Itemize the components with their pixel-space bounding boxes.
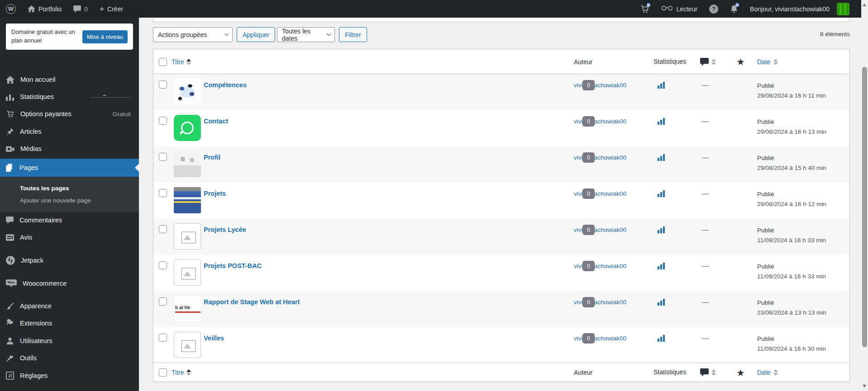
sidebar-item-appearance[interactable]: Apparence	[0, 298, 139, 314]
scroll-up-arrow-icon[interactable]	[863, 3, 866, 6]
page-title-link[interactable]: Veilles	[204, 334, 224, 342]
sidebar-item-home[interactable]: Mon accueil	[0, 72, 139, 87]
sidebar-item-woocommerce[interactable]: Woo Woocommerce	[0, 276, 139, 291]
likes-column-star-icon[interactable]: ★	[736, 368, 745, 377]
page-title-link[interactable]: Profil	[204, 154, 220, 161]
stats-bars-icon[interactable]	[658, 334, 665, 342]
page-thumbnail[interactable]	[174, 115, 201, 141]
stats-bars-icon[interactable]	[658, 226, 665, 233]
select-row-checkbox[interactable]	[159, 334, 167, 342]
select-row-checkbox[interactable]	[159, 117, 167, 125]
date-filter-select[interactable]: Toutes les dates	[277, 27, 335, 42]
select-row-checkbox[interactable]	[159, 80, 167, 89]
sidebar-item-plugins[interactable]: Extensions	[0, 316, 139, 331]
status-text: Publié	[757, 334, 826, 344]
sort-arrows-icon[interactable]	[186, 59, 191, 65]
reader-button[interactable]: Lecteur	[655, 0, 703, 18]
sidebar-item-users[interactable]: Utilisateurs	[0, 333, 139, 349]
sort-arrows-icon[interactable]	[773, 369, 778, 376]
page-title-link[interactable]: Projets Lycée	[204, 226, 246, 233]
bulk-actions-select[interactable]: Actions groupées	[153, 27, 233, 42]
sidebar-item-paid-options[interactable]: Options payantes Gratuit	[0, 106, 139, 122]
date-cell: Publié 29/08/2024 à 16 h 11 min	[757, 81, 826, 100]
stats-bars-icon[interactable]	[658, 190, 665, 197]
sidebar-item-settings[interactable]: Réglages	[0, 368, 139, 383]
scrollbar-thumb[interactable]	[862, 67, 867, 347]
sidebar-item-pages[interactable]: Pages	[0, 159, 139, 177]
admin-comments-button[interactable]: 0	[67, 0, 94, 18]
author-link[interactable]: vivianstachowiak00	[574, 226, 626, 233]
table-row: Projets POST-BAC vivianstachowiak00 — 0 …	[153, 255, 849, 291]
filter-button[interactable]: Filtrer	[339, 27, 367, 42]
sidebar-item-stats[interactable]: Statistiques	[0, 89, 139, 104]
sidebar-item-posts[interactable]: Articles	[0, 124, 139, 139]
site-name-button[interactable]: Portfolio	[22, 0, 67, 18]
page-title-link[interactable]: Contact	[204, 118, 228, 125]
page-thumbnail[interactable]	[174, 187, 201, 213]
select-row-checkbox[interactable]	[159, 261, 167, 269]
author-link[interactable]: vivianstachowiak00	[574, 118, 626, 125]
new-content-button[interactable]: + Créer	[94, 0, 129, 18]
author-link[interactable]: vivianstachowiak00	[574, 82, 626, 89]
status-text: Publié	[757, 262, 826, 272]
stats-bars-icon[interactable]	[658, 154, 665, 161]
sidebar-item-jetpack[interactable]: Jetpack	[0, 253, 139, 268]
page-title-link[interactable]: Projets	[204, 190, 226, 197]
help-button[interactable]: ?	[703, 0, 724, 18]
page-title-link[interactable]: Rapport de Stage Web at Heart	[204, 298, 300, 306]
likes-column-star-icon[interactable]: ★	[736, 57, 745, 66]
sidebar-item-comments[interactable]: Commentaires	[0, 212, 139, 228]
author-link[interactable]: vivianstachowiak00	[574, 263, 626, 269]
sort-arrows-icon[interactable]	[711, 369, 716, 376]
wordpress-menu-button[interactable]: W	[0, 0, 22, 18]
select-all-checkbox[interactable]	[159, 368, 167, 377]
author-link[interactable]: vivianstachowiak00	[574, 299, 626, 306]
sort-arrows-icon[interactable]	[773, 59, 778, 65]
submenu-add-page[interactable]: Ajouter une nouvelle page	[20, 197, 139, 204]
stats-column-header: Statistiques	[653, 49, 688, 74]
stats-bars-icon[interactable]	[658, 262, 665, 269]
page-thumbnail[interactable]: b at He	[174, 296, 201, 322]
notifications-button[interactable]	[724, 0, 744, 18]
author-link[interactable]: vivianstachowiak00	[574, 335, 626, 342]
table-row: Compétences vivianstachowiak00 — 0 Publi…	[153, 74, 849, 110]
stats-bars-icon[interactable]	[658, 81, 665, 89]
sort-arrows-icon[interactable]	[186, 369, 191, 376]
page-thumbnail[interactable]	[174, 259, 201, 286]
sidebar-item-testimonials[interactable]: Avis	[0, 230, 139, 245]
page-thumbnail[interactable]	[174, 79, 201, 105]
select-row-checkbox[interactable]	[159, 153, 167, 161]
sidebar-item-label: Options payantes	[20, 110, 72, 118]
apply-button[interactable]: Appliquer	[237, 27, 275, 42]
sidebar-item-tools[interactable]: Outils	[0, 350, 139, 366]
sort-arrows-icon[interactable]	[711, 59, 716, 65]
chevron-down-icon	[224, 32, 229, 36]
page-thumbnail[interactable]	[174, 332, 201, 358]
select-row-checkbox[interactable]	[159, 225, 167, 233]
page-title-link[interactable]: Projets POST-BAC	[204, 262, 262, 269]
page-title-link[interactable]: Compétences	[204, 81, 247, 89]
sort-by-date-link[interactable]: Date	[757, 58, 771, 66]
sort-by-title-link[interactable]: Titre	[172, 369, 184, 376]
select-all-checkbox[interactable]	[159, 58, 167, 66]
select-row-checkbox[interactable]	[159, 297, 167, 306]
woo-icon: Woo	[6, 279, 17, 287]
upgrade-button[interactable]: Mise à niveau	[82, 30, 128, 43]
scroll-down-arrow-icon[interactable]	[863, 385, 866, 388]
select-row-checkbox[interactable]	[159, 189, 167, 197]
page-thumbnail[interactable]	[174, 151, 201, 177]
author-link[interactable]: vivianstachowiak00	[574, 190, 626, 197]
submenu-all-pages[interactable]: Toutes les pages	[20, 185, 139, 192]
sidebar-item-media[interactable]: Médias	[0, 141, 139, 156]
stats-bars-icon[interactable]	[658, 118, 665, 125]
stats-bars-icon[interactable]	[658, 298, 665, 306]
page-scrollbar[interactable]	[861, 0, 868, 391]
comments-column-icon[interactable]	[700, 58, 709, 66]
sort-by-date-link[interactable]: Date	[757, 369, 771, 376]
account-menu[interactable]: Bonjour, vivianstachowiak00	[744, 0, 855, 18]
page-thumbnail[interactable]	[174, 223, 201, 250]
author-link[interactable]: vivianstachowiak00	[574, 154, 626, 161]
cart-button[interactable]	[634, 0, 655, 18]
comments-column-icon[interactable]	[700, 368, 709, 377]
sort-by-title-link[interactable]: Titre	[172, 58, 184, 66]
